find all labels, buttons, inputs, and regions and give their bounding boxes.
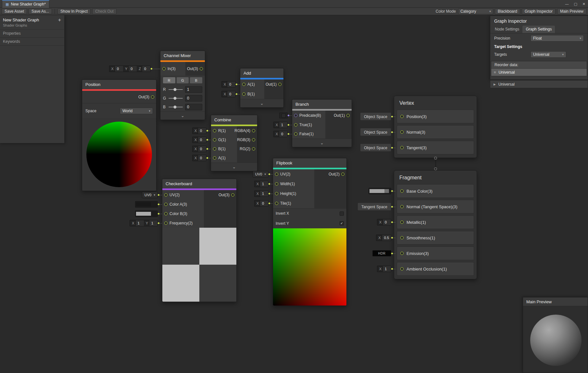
collapse-chevron-icon[interactable]: ⌄ (240, 99, 283, 107)
document-tab[interactable]: ▦ New Shader Graph* (2, 0, 49, 8)
main-preview-title[interactable]: Main Preview (523, 297, 588, 306)
output-port[interactable] (278, 83, 281, 86)
node-title-bar[interactable]: Channel Mixer (160, 51, 205, 60)
node-title-bar[interactable]: Combine (211, 115, 257, 125)
close-icon[interactable]: ✕ (582, 2, 585, 6)
slider-value-field[interactable]: 1 (185, 86, 202, 93)
output-port[interactable] (151, 95, 154, 99)
field-value[interactable]: 0 (382, 219, 391, 225)
input-port[interactable] (294, 123, 297, 126)
input-port[interactable] (242, 92, 245, 96)
node-branch[interactable]: Branch Predicate(B) Out(1) X 1 True(1) X (292, 99, 352, 147)
targets-dropdown[interactable]: Universal ▾ (531, 51, 566, 58)
minimize-icon[interactable]: — (565, 2, 569, 6)
vertex-context-block[interactable]: Vertex Object Space Position(3) Object S… (394, 96, 477, 158)
drag-handle-icon[interactable]: = (494, 70, 496, 74)
reorder-item-universal[interactable]: = Universal (491, 68, 587, 76)
input-port[interactable] (400, 205, 404, 208)
input-port[interactable] (213, 138, 216, 141)
channel-b-button[interactable]: B (190, 77, 202, 83)
tab-graph-settings[interactable]: Graph Settings (522, 26, 555, 33)
field-value[interactable]: 0 (142, 66, 150, 72)
save-as-button[interactable]: Save As... (29, 8, 52, 14)
main-preview-toggle-button[interactable]: Main Preview (557, 8, 586, 14)
input-port[interactable] (213, 156, 216, 160)
slider-thumb[interactable] (173, 88, 176, 91)
node-title-bar[interactable]: Flipbook (273, 158, 346, 168)
slider-thumb[interactable] (173, 97, 176, 100)
input-port[interactable] (294, 132, 297, 136)
output-port[interactable] (252, 129, 255, 132)
maximize-icon[interactable]: ▢ (574, 2, 577, 6)
field-value[interactable]: 0 (260, 200, 268, 206)
input-port[interactable] (400, 252, 404, 255)
input-port[interactable] (164, 203, 168, 206)
combine-b-default-field[interactable]: X 0 (192, 146, 206, 152)
add-property-icon[interactable]: + (58, 18, 61, 22)
combine-g-default-field[interactable]: X 0 (192, 137, 206, 143)
field-value[interactable]: 0 (198, 146, 206, 152)
show-in-project-button[interactable]: Show In Project (57, 8, 91, 14)
branch-false-default-field[interactable]: X 0 (273, 131, 288, 137)
collapse-chevron-icon[interactable]: ⌄ (211, 162, 257, 171)
input-port[interactable] (275, 182, 278, 186)
node-channel-mixer[interactable]: Channel Mixer X 0 Y 0 Z 0 In(3) Out(3) R… (160, 51, 205, 120)
channel-g-button[interactable]: G (177, 77, 189, 83)
input-port[interactable] (400, 115, 404, 118)
slider-thumb[interactable] (173, 105, 176, 108)
space-dropdown[interactable]: World ▾ (120, 108, 153, 114)
node-title-bar[interactable]: Checkerboard (162, 179, 236, 188)
output-port[interactable] (200, 67, 203, 70)
fragment-smoothness-row[interactable]: X 0.5 Smoothness(1) (397, 231, 474, 245)
node-add[interactable]: Add X 0 A(1) Out(1) X 0 B(1) ⌄ (240, 68, 284, 108)
node-combine[interactable]: Combine X 0 R(1) RGBA(4) X 0 G(1) RGB(3) (211, 115, 257, 171)
flipbook-height-default-field[interactable]: X 1 (254, 190, 269, 197)
field-value[interactable]: 0 (227, 81, 235, 87)
output-port[interactable] (341, 173, 344, 176)
input-port[interactable] (164, 193, 168, 197)
output-port[interactable] (231, 193, 234, 197)
input-port[interactable] (162, 67, 166, 70)
field-value[interactable]: 0 (198, 155, 206, 161)
frequency-default-fields[interactable]: X 1 Y 1 (130, 220, 158, 226)
input-port[interactable] (400, 236, 404, 239)
slider-track[interactable] (169, 98, 183, 99)
ambient-occlusion-default-field[interactable]: X 1 (377, 266, 391, 272)
field-value[interactable]: 1 (382, 266, 391, 272)
field-value[interactable]: 0 (198, 128, 206, 134)
object-space-chip[interactable]: Object Space (360, 128, 391, 136)
combine-a-default-field[interactable]: X 0 (192, 155, 206, 161)
output-port[interactable] (346, 114, 350, 117)
universal-target-foldout[interactable]: ▶ Universal (490, 80, 588, 88)
fragment-base-color-row[interactable]: Base Color(3) (397, 184, 474, 198)
input-port[interactable] (213, 147, 216, 150)
blackboard-section-properties[interactable]: Properties (0, 30, 64, 38)
add-a-default-field[interactable]: X 0 (221, 81, 236, 88)
input-port[interactable] (400, 221, 404, 224)
field-value[interactable]: 1 (149, 220, 157, 226)
input-port[interactable] (242, 83, 245, 86)
field-value[interactable]: 0.5 (382, 235, 391, 241)
vertex-tangent-row[interactable]: Object Space Tangent(3) (397, 141, 474, 154)
emission-hdr-swatch[interactable]: HDR (372, 250, 391, 257)
vertex-normal-row[interactable]: Object Space Normal(3) (397, 125, 474, 139)
precision-dropdown[interactable]: Float ▾ (531, 35, 584, 42)
flipbook-width-default-field[interactable]: X 1 (254, 181, 269, 187)
uv-channel-dropdown[interactable]: UV0 ▾ (142, 192, 158, 198)
field-value[interactable]: 0 (279, 131, 287, 137)
input-port[interactable] (164, 212, 168, 215)
node-position[interactable]: Position Out(3) Space World ▾ (82, 79, 156, 191)
fragment-emission-row[interactable]: HDR Emission(3) (397, 247, 474, 260)
fragment-normal-row[interactable]: Tangent Space Normal (Tangent Space)(3) (397, 200, 474, 213)
input-port[interactable] (275, 202, 278, 205)
channel-r-button[interactable]: R (163, 77, 175, 83)
base-color-swatch[interactable] (369, 188, 391, 194)
fragment-ambient-occlusion-row[interactable]: X 1 Ambient Occlusion(1) (397, 262, 474, 276)
output-port[interactable] (252, 147, 255, 150)
node-flipbook[interactable]: Flipbook UV0 ▾ UV(2) Out(2) X 1 Width(1) (273, 158, 347, 306)
color-a-swatch[interactable] (135, 201, 158, 208)
input-port[interactable] (400, 146, 404, 149)
graph-inspector-toggle-button[interactable]: Graph Inspector (522, 8, 556, 14)
color-mode-dropdown[interactable]: Category ▾ (458, 8, 493, 14)
field-value[interactable]: 0 (128, 66, 137, 72)
